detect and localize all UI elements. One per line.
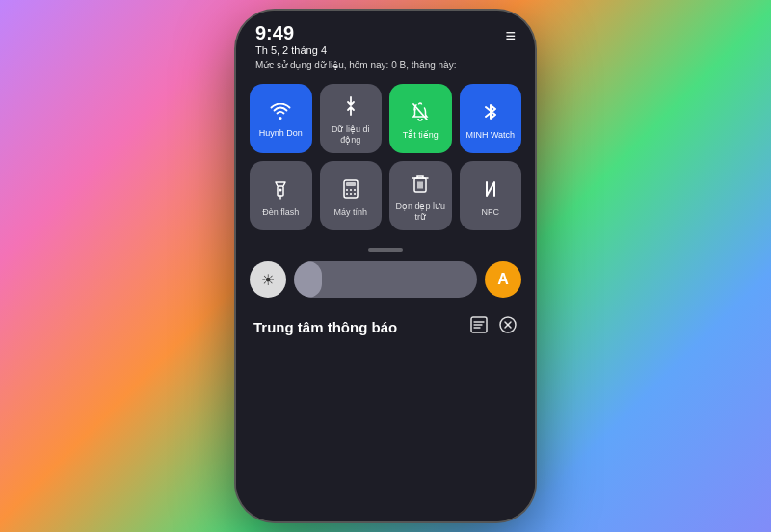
tile-mute-label: Tắt tiếng	[403, 130, 439, 141]
calculator-icon	[341, 178, 360, 203]
flashlight-icon	[272, 178, 289, 203]
tiles-row-1: Huynh Don Dữ liệu di động	[250, 84, 521, 153]
tile-mute[interactable]: Tắt tiếng	[389, 84, 452, 153]
brightness-slider[interactable]	[294, 261, 477, 298]
nfc-icon	[481, 178, 500, 203]
svg-rect-4	[346, 182, 356, 186]
svg-point-5	[346, 189, 348, 191]
brightness-icon: ☀	[261, 271, 275, 289]
menu-icon[interactable]: ≡	[505, 26, 516, 46]
wifi-icon	[270, 103, 291, 124]
tile-nfc[interactable]: NFC	[460, 161, 522, 230]
tile-mobile-data[interactable]: Dữ liệu di động	[320, 84, 383, 153]
status-left: 9:49 Th 5, 2 tháng 4	[255, 22, 327, 56]
notification-center-title: Trung tâm thông báo	[253, 319, 397, 335]
tile-nfc-label: NFC	[482, 207, 500, 218]
tile-bluetooth[interactable]: MINH Watch	[460, 84, 522, 153]
notification-close-button[interactable]	[498, 315, 518, 339]
tile-mobile-data-label: Dữ liệu di động	[324, 124, 379, 146]
phone-frame: 9:49 Th 5, 2 tháng 4 ≡ Mức sử dụng dữ li…	[236, 11, 535, 521]
drag-handle	[236, 244, 535, 257]
tile-bluetooth-label: MINH Watch	[465, 130, 515, 141]
svg-point-9	[350, 193, 352, 195]
status-right: ≡	[505, 26, 516, 46]
status-bar: 9:49 Th 5, 2 tháng 4 ≡	[236, 11, 535, 60]
phone-screen: 9:49 Th 5, 2 tháng 4 ≡ Mức sử dụng dữ li…	[236, 11, 535, 521]
status-date: Th 5, 2 tháng 4	[255, 44, 327, 56]
auto-brightness-button[interactable]: A	[485, 261, 521, 298]
status-time: 9:49	[255, 22, 327, 43]
svg-point-2	[279, 188, 282, 191]
tile-cleanup-label: Dọn dẹp lưu trữ	[393, 201, 448, 223]
tiles-row-2: Đèn flash	[250, 161, 521, 230]
mobile-data-icon	[342, 95, 359, 120]
notification-actions	[469, 315, 518, 339]
brightness-row: ☀ A	[236, 257, 535, 302]
tile-wifi-label: Huynh Don	[259, 128, 303, 139]
bell-mute-icon	[411, 101, 430, 126]
notification-edit-button[interactable]	[469, 315, 489, 339]
svg-point-7	[354, 189, 356, 191]
bluetooth-icon	[483, 101, 498, 126]
tile-calculator[interactable]: Máy tính	[320, 161, 383, 230]
notification-area	[236, 347, 535, 521]
cleanup-icon	[411, 173, 430, 198]
tile-flashlight[interactable]: Đèn flash	[250, 161, 312, 230]
brightness-button[interactable]: ☀	[250, 261, 286, 298]
data-usage-text: Mức sử dụng dữ liệu, hôm nay: 0 B, tháng…	[236, 60, 535, 78]
notification-center-header: Trung tâm thông báo	[236, 311, 535, 347]
tile-flashlight-label: Đèn flash	[262, 207, 299, 218]
svg-point-8	[346, 193, 348, 195]
tile-cleanup[interactable]: Dọn dẹp lưu trữ	[389, 161, 452, 230]
quick-tiles: Huynh Don Dữ liệu di động	[236, 78, 535, 244]
tile-calculator-label: Máy tính	[333, 207, 367, 218]
svg-point-10	[354, 193, 356, 195]
brightness-slider-fill	[294, 261, 322, 298]
svg-point-6	[350, 189, 352, 191]
tile-wifi[interactable]: Huynh Don	[250, 84, 312, 153]
drag-handle-bar	[368, 248, 403, 252]
